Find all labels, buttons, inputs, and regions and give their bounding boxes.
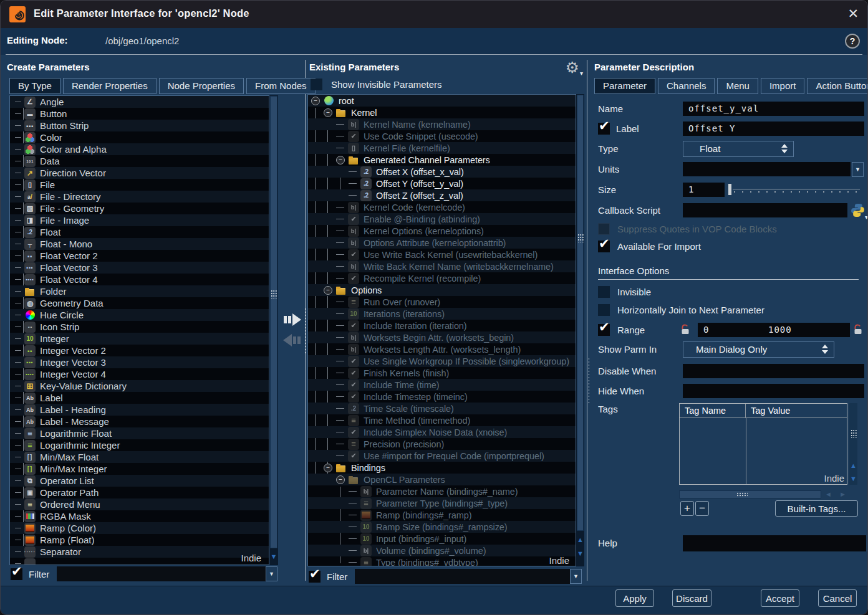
expander-icon[interactable] xyxy=(336,403,344,414)
size-slider-track[interactable] xyxy=(733,184,860,195)
tree-row[interactable]: Offset Y (offset_y_val) xyxy=(308,178,576,189)
tree-row[interactable]: Kernel File (kernelfile) xyxy=(308,142,576,154)
tree-scrollbar[interactable]: ▲ ▼ xyxy=(576,94,584,566)
tags-horizontal-scrollbar[interactable] xyxy=(679,490,821,498)
parameter-type-row[interactable]: Label - Message xyxy=(10,416,269,427)
tags-hscroll-arrows[interactable]: ◄► xyxy=(825,490,846,498)
expander-icon[interactable] xyxy=(336,414,344,426)
parameter-type-row[interactable]: Integer Vector 4 xyxy=(10,368,269,380)
tree-row[interactable]: Options Attribute (kerneloptionattrib) xyxy=(308,237,576,249)
expander-icon[interactable] xyxy=(324,107,332,118)
parameter-type-row[interactable]: Button xyxy=(10,108,269,120)
hide-when-input[interactable] xyxy=(683,384,864,398)
label-checkbox[interactable] xyxy=(598,123,610,135)
expander-icon[interactable] xyxy=(336,154,344,166)
tree-row[interactable]: Kernel Code (kernelcode) xyxy=(308,201,576,213)
scroll-down-icon[interactable]: ▼ xyxy=(577,549,584,558)
parameter-type-row[interactable]: Ramp (Float) xyxy=(10,534,269,546)
tree-row[interactable]: Use Code Snippet (usecode) xyxy=(308,130,576,142)
expander-icon[interactable] xyxy=(336,130,344,142)
tree-row[interactable]: Use #import for Prequel Code (importpreq… xyxy=(308,450,576,462)
tab[interactable]: Parameter xyxy=(594,78,655,94)
expander-icon[interactable] xyxy=(336,118,344,130)
tree-row[interactable]: Parameter Name (bindings#_name) xyxy=(308,485,576,497)
expander-icon[interactable] xyxy=(349,178,357,189)
parameter-type-row[interactable]: Operator Path xyxy=(10,487,269,498)
parameter-type-row[interactable]: Integer xyxy=(10,333,269,345)
parameter-type-row[interactable]: Min/Max Float xyxy=(10,451,269,463)
parameter-type-row[interactable]: Integer Vector 3 xyxy=(10,356,269,368)
range-max-input[interactable]: 1000 xyxy=(763,323,800,337)
tree-row[interactable]: root xyxy=(308,95,576,107)
tab[interactable]: From Nodes xyxy=(246,78,316,94)
tree-row[interactable]: Include Simplex Noise Data (xnoise) xyxy=(308,426,576,438)
parameter-type-row[interactable]: Float Vector 3 xyxy=(10,262,269,274)
expander-icon[interactable] xyxy=(349,533,357,545)
tree-row[interactable]: Include Iteration (iteration) xyxy=(308,320,576,331)
scroll-down-icon[interactable]: ▼ xyxy=(271,552,277,561)
scrollbar-thumb[interactable] xyxy=(577,95,584,531)
tree-row[interactable]: Enable @-Binding (atbinding) xyxy=(308,213,576,225)
parameter-type-row[interactable]: Color xyxy=(10,131,269,143)
tree-row[interactable]: Ramp Size (bindings#_rampsize) xyxy=(308,521,576,533)
expander-icon[interactable] xyxy=(336,331,344,343)
tree-row[interactable]: Kernel xyxy=(308,107,576,118)
scroll-down-icon[interactable]: ▼ xyxy=(850,474,857,483)
parameter-type-row[interactable]: File - Image xyxy=(10,214,269,226)
tree-row[interactable]: Volume (bindings#_volume) xyxy=(308,545,576,556)
horizontal-join-checkbox[interactable] xyxy=(598,304,610,316)
filter-input[interactable] xyxy=(57,566,266,581)
parameter-type-row[interactable]: Float - Mono xyxy=(10,238,269,250)
left-list-scrollbar[interactable]: ▼ xyxy=(269,95,278,565)
help-icon[interactable]: ? xyxy=(845,34,860,49)
expander-icon[interactable] xyxy=(336,379,344,391)
tree-row[interactable]: Precision (precision) xyxy=(308,438,576,450)
parameter-type-row[interactable]: Angle xyxy=(10,96,269,108)
parameter-type-row[interactable]: Ramp (Color) xyxy=(10,522,269,534)
tree-row[interactable]: Offset Z (offset_z_val) xyxy=(308,189,576,201)
expander-icon[interactable] xyxy=(349,521,357,533)
gear-icon[interactable]: ⚙ xyxy=(566,59,579,77)
tree-row[interactable]: Include Timestep (timeinc) xyxy=(308,391,576,403)
expander-icon[interactable] xyxy=(336,142,344,154)
filter-dropdown-icon[interactable]: ▼ xyxy=(570,569,582,584)
apply-button[interactable]: Apply xyxy=(615,589,654,607)
tree-row[interactable]: Input (bindings#_input) xyxy=(308,533,576,545)
parameter-type-row[interactable]: Key-Value Dictionary xyxy=(10,380,269,392)
tree-row[interactable]: Time Method (timemethod) xyxy=(308,414,576,426)
tab[interactable]: Action Button xyxy=(807,78,868,94)
parameter-type-row[interactable]: Icon Strip xyxy=(10,321,269,333)
label-input[interactable]: Offset Y xyxy=(683,122,864,136)
tab[interactable]: Import xyxy=(761,78,805,94)
expander-icon[interactable] xyxy=(336,474,344,485)
builtin-tags-button[interactable]: Built-in Tags... xyxy=(775,500,858,517)
parameter-type-row[interactable]: Logarithmic Float xyxy=(10,427,269,439)
expander-icon[interactable] xyxy=(324,462,332,474)
parameter-type-row[interactable]: File - Directory xyxy=(10,191,269,203)
expander-icon[interactable] xyxy=(336,355,344,367)
filter-checkbox[interactable] xyxy=(11,568,22,580)
lock-open-icon[interactable] xyxy=(853,324,863,335)
move-left-arrow-icon[interactable] xyxy=(283,334,301,346)
available-for-import-checkbox[interactable] xyxy=(598,241,610,252)
tree-row[interactable]: Time Scale (timescale) xyxy=(308,403,576,414)
tree-row[interactable]: Recompile Kernel (recompile) xyxy=(308,272,576,284)
tree-row[interactable]: Use Write Back Kernel (usewritebackkerne… xyxy=(308,249,576,260)
tree-row[interactable]: Type (bindings#_vdbtype) xyxy=(308,556,576,566)
scroll-up-icon[interactable]: ▲ xyxy=(577,535,584,544)
parameter-type-row[interactable]: Label - Heading xyxy=(10,404,269,416)
scroll-left-icon[interactable]: ◄ xyxy=(825,490,832,498)
add-tag-button[interactable]: + xyxy=(680,501,694,516)
move-right-arrow-icon[interactable] xyxy=(283,313,301,326)
parameter-type-row[interactable]: Float Vector 4 xyxy=(10,274,269,285)
tree-row[interactable]: Iterations (iterations) xyxy=(308,308,576,320)
expander-icon[interactable] xyxy=(336,343,344,355)
tab[interactable]: By Type xyxy=(9,78,60,94)
tree-row[interactable]: Worksets Begin Attr. (worksets_begin) xyxy=(308,331,576,343)
expander-icon[interactable] xyxy=(336,391,344,403)
expander-icon[interactable] xyxy=(349,485,357,497)
disable-when-input[interactable] xyxy=(683,364,864,378)
parameter-type-row[interactable]: Separator xyxy=(10,546,269,558)
expander-icon[interactable] xyxy=(349,509,357,521)
parameter-type-row[interactable]: Float xyxy=(10,226,269,238)
